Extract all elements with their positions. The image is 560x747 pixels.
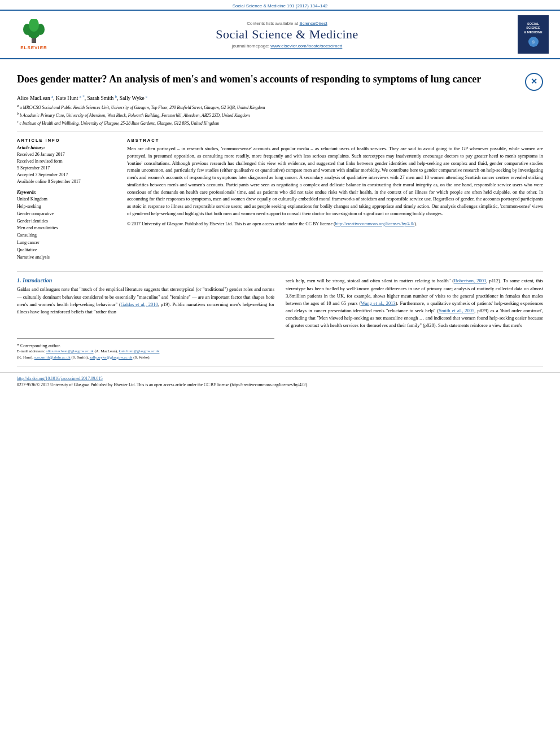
authors-line: Alice MacLean a, Kate Hunt a *, Sarah Sm…	[17, 94, 543, 101]
crossmark-badge[interactable]: ✕	[525, 73, 543, 91]
article-title-section: Does gender matter? An analysis of men's…	[17, 65, 543, 132]
journal-homepage-link[interactable]: www.elsevier.com/locate/socscimed	[270, 43, 342, 49]
cc-by-link[interactable]: http://creativecommons.org/licenses/by/4…	[335, 221, 414, 226]
intro-text-left: Galdas and colleagues note that "much of…	[17, 286, 274, 316]
intro-col-right: seek help, men will be strong, stoical a…	[286, 277, 543, 360]
cover-icon: ☺	[528, 37, 539, 47]
intro-col-left: 1. Introduction Galdas and colleagues no…	[17, 277, 274, 360]
elsevier-tree-icon	[19, 19, 49, 44]
affiliation-b: b b Academic Primary Care, University of…	[17, 111, 543, 119]
article-title-text: Does gender matter? An analysis of men's…	[17, 73, 525, 86]
sciencedirect-link[interactable]: ScienceDirect	[299, 21, 327, 26]
main-content: Does gender matter? An analysis of men's…	[0, 59, 560, 372]
accepted-date: Accepted 7 September 2017	[17, 172, 116, 178]
email-wyke[interactable]: sally.wyke@glasgow.ac.uk	[90, 355, 133, 360]
smith-ref[interactable]: Smith et al., 2005	[439, 308, 474, 313]
abstract-col: ABSTRACT Men are often portrayed – in re…	[127, 138, 543, 265]
abstract-label: ABSTRACT	[127, 138, 543, 143]
article-info-col: ARTICLE INFO Article history: Received 2…	[17, 138, 116, 265]
article-title-block: Does gender matter? An analysis of men's…	[17, 73, 543, 91]
journal-main-title: Social Science & Medicine	[56, 27, 518, 42]
journal-top-bar: Social Science & Medicine 191 (2017) 134…	[0, 0, 560, 11]
affiliations: a a MRC/CSO Social and Public Health Sci…	[17, 103, 543, 126]
journal-header: ELSEVIER Contents lists available at Sci…	[0, 11, 560, 59]
abstract-text: Men are often portrayed – in research st…	[127, 145, 543, 217]
affiliation-a: a a MRC/CSO Social and Public Health Sci…	[17, 103, 543, 111]
content-available-text: Contents lists available at ScienceDirec…	[56, 21, 518, 26]
intro-text-right: seek help, men will be strong, stoical a…	[286, 277, 543, 329]
keywords-section: Keywords: United Kingdom Help-seeking Ge…	[17, 190, 116, 261]
keyword-8: Qualitative	[17, 247, 116, 254]
email-hunt[interactable]: kate.hunt@glasgow.ac.uk	[119, 349, 160, 353]
page-footer: http://dx.doi.org/10.1016/j.socscimed.20…	[0, 372, 560, 392]
keyword-3: Gender comparative	[17, 211, 116, 218]
crossmark-icon: ✕	[525, 73, 543, 91]
email-footnote: E-mail addresses: alice.maclean@glasgow.…	[17, 348, 274, 360]
keyword-9: Narrative analysis	[17, 254, 116, 261]
affiliation-c: c c Institute of Health and Wellbeing, U…	[17, 119, 543, 126]
author-sup-a2: a	[80, 94, 81, 99]
author-sup-star: *	[82, 94, 85, 99]
keyword-4: Gender identities	[17, 218, 116, 225]
history-label: Article history:	[17, 145, 116, 150]
author-sup-b: b	[115, 94, 117, 99]
keyword-2: Help-seeking	[17, 203, 116, 211]
wang-ref[interactable]: Wang et al., 2013	[361, 300, 396, 306]
available-date: Available online 8 September 2017	[17, 178, 116, 185]
introduction-section: 1. Introduction Galdas and colleagues no…	[17, 272, 543, 366]
keyword-6: Consulting	[17, 232, 116, 239]
elsevier-logo: ELSEVIER	[11, 19, 56, 50]
page-wrapper: Social Science & Medicine 191 (2017) 134…	[0, 0, 560, 392]
introduction-two-col: 1. Introduction Galdas and colleagues no…	[17, 277, 543, 360]
doi-link[interactable]: http://dx.doi.org/10.1016/j.socscimed.20…	[17, 376, 103, 381]
footer-doi: http://dx.doi.org/10.1016/j.socscimed.20…	[17, 376, 543, 381]
author-sup-c: c	[146, 94, 147, 99]
article-info-label: ARTICLE INFO	[17, 138, 116, 143]
author-sup-a: a	[51, 94, 53, 99]
elsevier-label: ELSEVIER	[20, 45, 47, 50]
copyright-line: © 2017 University of Glasgow. Published …	[127, 221, 543, 227]
intro-heading: 1. Introduction	[17, 277, 274, 283]
article-info-abstract-section: ARTICLE INFO Article history: Received 2…	[17, 132, 543, 272]
footnote-area: * Corresponding author. E-mail addresses…	[17, 338, 274, 360]
article-history: Article history: Received 26 January 201…	[17, 145, 116, 185]
corresponding-note: * Corresponding author.	[17, 343, 274, 348]
robertson-ref[interactable]: Robertson, 2003	[454, 278, 486, 283]
email-smith[interactable]: s.m.smith@abdn.ac.uk	[34, 355, 71, 360]
keyword-5: Men and masculinities	[17, 225, 116, 232]
keyword-list: United Kingdom Help-seeking Gender compa…	[17, 196, 116, 261]
journal-cover-image: SOCIAL SCIENCE & MEDICINE ☺	[518, 15, 549, 54]
galdas-ref[interactable]: Galdas et al., 2010	[121, 302, 158, 307]
keyword-1: United Kingdom	[17, 196, 116, 203]
keyword-7: Lung cancer	[17, 239, 116, 247]
keywords-label: Keywords:	[17, 190, 116, 195]
email-label: E-mail addresses:	[17, 349, 45, 353]
journal-homepage: journal homepage: www.elsevier.com/locat…	[56, 43, 518, 49]
cover-title: SOCIAL SCIENCE & MEDICINE	[524, 22, 542, 34]
email-maclean[interactable]: alice.maclean@glasgow.ac.uk	[46, 349, 93, 353]
received-date: Received 26 January 2017	[17, 151, 116, 158]
journal-title-block: Contents lists available at ScienceDirec…	[56, 21, 518, 49]
revised-date: Received in revised form5 September 2017	[17, 158, 116, 172]
journal-citation: Social Science & Medicine 191 (2017) 134…	[233, 3, 328, 8]
footer-issn: 0277-9536/© 2017 University of Glasgow. …	[17, 382, 543, 387]
